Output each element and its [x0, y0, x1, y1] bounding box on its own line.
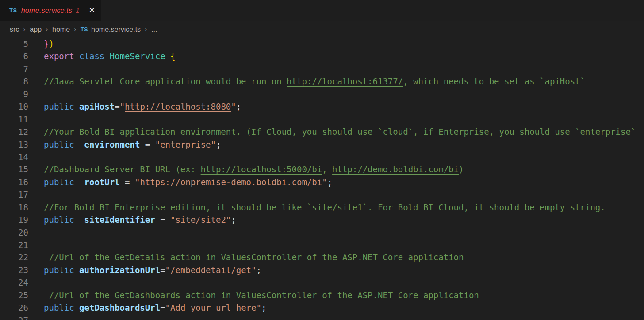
code-token: [74, 303, 79, 312]
code-token: environment: [84, 140, 140, 149]
chevron-right-icon: ›: [23, 26, 26, 34]
line-number: 22: [0, 251, 28, 263]
code-token: ;: [261, 303, 266, 312]
code-line[interactable]: 17: [0, 188, 644, 201]
breadcrumb-item-home[interactable]: home: [52, 26, 70, 34]
code-token: getDashboardsUrl: [79, 303, 160, 312]
code-content: export class HomeService {: [44, 50, 176, 62]
close-icon[interactable]: ✕: [87, 6, 97, 15]
code-token: ): [459, 164, 464, 174]
tab-home-service-ts[interactable]: TS home.service.ts 1 ✕: [0, 0, 101, 21]
code-token: ": [135, 177, 140, 187]
typescript-file-icon: TS: [80, 27, 88, 33]
indent-guide: [44, 276, 44, 289]
code-token: {: [170, 51, 175, 61]
code-content: //For Bold BI Enterprise edition, it sho…: [44, 201, 606, 213]
code-line[interactable]: 14: [0, 151, 644, 163]
code-token: public: [44, 265, 74, 275]
code-token: //Url of the GetDetails action in Values…: [49, 252, 464, 262]
code-editor[interactable]: 5})6export class HomeService {78//Java S…: [0, 38, 644, 320]
line-number: 14: [0, 151, 28, 163]
code-token: //Dashboard Server BI URL (ex:: [44, 164, 201, 174]
code-token: "enterprise": [155, 140, 216, 149]
line-number: 25: [0, 289, 28, 301]
code-content: public rootUrl = "https://onpremise-demo…: [44, 176, 332, 188]
breadcrumb-item-src[interactable]: src: [10, 26, 19, 34]
indent-guide: [44, 226, 44, 239]
line-number: 9: [0, 88, 28, 100]
code-token: siteIdentifier: [84, 215, 155, 225]
code-token: class: [79, 51, 104, 61]
code-token: ): [49, 39, 54, 49]
code-line[interactable]: 7: [0, 63, 644, 75]
code-token: [74, 140, 84, 149]
code-line[interactable]: 21: [0, 239, 644, 251]
code-token: [44, 252, 49, 262]
code-line[interactable]: 18//For Bold BI Enterprise edition, it s…: [0, 201, 644, 213]
code-token: ": [120, 102, 125, 111]
line-number: 18: [0, 201, 28, 213]
code-token: //For Bold BI Enterprise edition, it sho…: [44, 202, 606, 212]
code-token: public: [44, 303, 74, 312]
code-token: =: [140, 140, 155, 149]
code-token: HomeService: [110, 51, 165, 61]
indent-guide: [44, 239, 44, 251]
code-token: [74, 265, 79, 275]
code-token: [104, 51, 109, 61]
code-line[interactable]: 16public rootUrl = "https://onpremise-de…: [0, 176, 644, 188]
code-content: //Your Bold BI application environment. …: [44, 126, 636, 138]
line-number: 7: [0, 63, 28, 75]
line-number: 21: [0, 239, 28, 251]
line-number: 24: [0, 276, 28, 289]
code-token: [74, 215, 84, 225]
code-line[interactable]: 9: [0, 88, 644, 100]
code-token: ;: [216, 140, 221, 149]
code-content: public environment = "enterprise";: [44, 138, 221, 151]
code-line[interactable]: 25 //Url of the GetDashboards action in …: [0, 289, 644, 301]
code-token: =: [160, 303, 165, 312]
code-line[interactable]: 15//Dashboard Server BI URL (ex: http://…: [0, 163, 644, 175]
code-line[interactable]: 27: [0, 314, 644, 320]
code-token: ;: [231, 215, 236, 225]
typescript-file-icon: TS: [9, 7, 17, 14]
code-line[interactable]: 11: [0, 113, 644, 126]
chevron-right-icon: ›: [145, 26, 147, 34]
tab-error-count: 1: [76, 7, 79, 14]
code-token: //Url of the GetDashboards action in Val…: [49, 290, 479, 300]
code-token: ;: [236, 102, 241, 111]
line-number: 5: [0, 38, 28, 50]
code-line[interactable]: 22 //Url of the GetDetails action in Val…: [0, 251, 644, 263]
code-token: //Java Servlet Core application would be…: [44, 76, 287, 86]
tab-filename: home.service.ts: [21, 6, 73, 15]
code-line[interactable]: 10public apiHost="http://localhost:8080"…: [0, 100, 644, 113]
code-token: =: [120, 177, 135, 187]
code-token: }: [44, 39, 49, 49]
line-number: 20: [0, 226, 28, 239]
code-line[interactable]: 6export class HomeService {: [0, 50, 644, 62]
code-line[interactable]: 12//Your Bold BI application environment…: [0, 126, 644, 138]
code-token: =: [115, 102, 119, 111]
line-number: 11: [0, 113, 28, 126]
breadcrumb-symbol-ellipsis[interactable]: ...: [151, 26, 157, 34]
code-line[interactable]: 23public authorizationUrl="/embeddetail/…: [0, 264, 644, 276]
code-line[interactable]: 13public environment = "enterprise";: [0, 138, 644, 151]
chevron-right-icon: ›: [46, 26, 48, 34]
code-line[interactable]: 26public getDashboardsUrl="Add your url …: [0, 301, 644, 314]
code-line[interactable]: 19public siteIdentifier = "site/site2";: [0, 213, 644, 226]
code-token: https://onpremise-demo.boldbi.com/bi: [140, 177, 322, 187]
code-token: http://demo.boldbi.com/bi: [332, 164, 459, 174]
code-token: //Your Bold BI application environment. …: [44, 127, 636, 137]
line-number: 8: [0, 75, 28, 88]
line-number: 17: [0, 188, 28, 201]
code-content: //Url of the GetDetails action in Values…: [44, 251, 464, 263]
code-line[interactable]: 5}): [0, 38, 644, 50]
code-content: public apiHost="http://localhost:8080";: [44, 100, 241, 113]
code-token: [74, 51, 79, 61]
code-token: [165, 51, 170, 61]
code-line[interactable]: 24: [0, 276, 644, 289]
line-number: 26: [0, 301, 28, 314]
breadcrumb-item-app[interactable]: app: [30, 26, 42, 34]
code-line[interactable]: 8//Java Servlet Core application would b…: [0, 75, 644, 88]
breadcrumb-item-file[interactable]: home.service.ts: [91, 26, 141, 34]
code-line[interactable]: 20: [0, 226, 644, 239]
